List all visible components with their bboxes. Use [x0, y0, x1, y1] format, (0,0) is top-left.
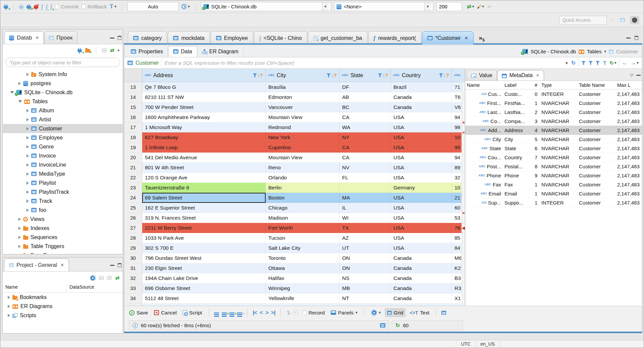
cell-country[interactable]: USA [391, 173, 452, 183]
tree-item-views[interactable]: Views [3, 215, 122, 224]
cell-city[interactable]: New York [266, 132, 339, 142]
cell-country[interactable]: Canada [391, 283, 452, 293]
table-row[interactable]: 23Tauentzienstraße 8BerlinGermany10 [124, 183, 465, 193]
filter-apply-icon[interactable] [581, 61, 586, 65]
grid-presentation-button[interactable]: Grid [385, 308, 405, 317]
metadata-cell-name[interactable]: 123Sup... [465, 200, 503, 206]
first-row-icon[interactable]: |< [253, 309, 257, 316]
dropdown-arrow-icon[interactable]: ▼ [424, 2, 431, 11]
tree-item-postgres[interactable]: postgres [3, 79, 122, 88]
metadata-cell-maxlength[interactable]: 2,147,483 [615, 173, 642, 178]
cell-address[interactable]: 319 N. Frances Street [142, 213, 266, 223]
cell-state[interactable]: BC [339, 102, 391, 112]
editor-tab-rewards-report[interactable]: frewards_report( [368, 31, 422, 45]
cell-address[interactable]: Tauentzienstraße 8 [142, 183, 266, 193]
cell-city[interactable]: Madison [266, 213, 339, 223]
close-icon[interactable]: ✕ [60, 263, 64, 268]
metadata-cell-type[interactable]: NVARCHAR [540, 191, 577, 196]
table-row[interactable]: 22120 S Orange AveOrlandoFLUSA32 [124, 173, 465, 183]
metadata-cell-type[interactable]: NVARCHAR [540, 155, 577, 160]
focus-cell-icon[interactable]: ⌑ [293, 310, 298, 315]
tree-item-sqlite-chinook-db[interactable]: SQLite - Chinook.db [3, 88, 122, 97]
metadata-cell-type[interactable]: NVARCHAR [540, 136, 577, 142]
metadata-cell-type[interactable]: NVARCHAR [540, 118, 577, 124]
cell-state[interactable]: FL [339, 173, 391, 183]
metadata-column-header-[interactable]: # [533, 82, 540, 88]
cell-address[interactable]: 2211 W Berry Street [142, 223, 266, 233]
metadata-cell-type[interactable]: NVARCHAR [540, 109, 577, 115]
metadata-cell-ordinal[interactable]: 1 [533, 200, 540, 206]
expand-arrow-icon[interactable] [26, 172, 29, 176]
metadata-row-suppo[interactable]: 123Sup...Suppo...1INTEGERCustomer2,147,4… [465, 198, 642, 207]
cell-city[interactable]: Tucson [266, 233, 339, 243]
collapse-arrow-icon[interactable] [10, 91, 14, 94]
cell-state[interactable]: NV [339, 163, 391, 173]
metadata-cell-label[interactable]: Fax [503, 182, 533, 187]
cell-state[interactable]: AB [339, 92, 391, 102]
tree-item-table-triggers[interactable]: Table Triggers [3, 242, 122, 251]
metadata-cell-name[interactable]: ABCState [465, 146, 503, 151]
cell-country[interactable]: Canada [391, 293, 452, 303]
cell-address[interactable]: 302 S 700 E [142, 243, 266, 253]
column-filter-controls[interactable]: ↕? [378, 72, 388, 78]
table-row[interactable]: 21801 W 4th StreetRenoNVUSA89 [124, 163, 465, 173]
delete-row-icon[interactable]: – [237, 312, 242, 313]
cell-extra[interactable]: 60 [452, 203, 462, 213]
expand-arrow-icon[interactable] [26, 136, 29, 139]
cell-city[interactable]: Ottawa [266, 263, 339, 273]
cell-address[interactable]: 696 Osborne Street [142, 283, 266, 293]
metadata-cell-maxlength[interactable]: 2,147,483 [615, 146, 642, 151]
metadata-cell-table[interactable]: Customer [577, 182, 615, 187]
fetch-size-input[interactable] [436, 2, 462, 11]
expand-arrow-icon[interactable] [26, 109, 29, 112]
cell-extra[interactable]: 85 [452, 233, 462, 243]
column-header-country[interactable]: ABCCountry↕? [391, 69, 452, 82]
metadata-cell-type[interactable]: NVARCHAR [540, 100, 577, 106]
close-icon[interactable]: ✕ [35, 35, 39, 40]
cell-state[interactable]: WA [339, 122, 391, 132]
cell-state[interactable]: IL [339, 203, 391, 213]
cell-city[interactable]: Boston [266, 193, 339, 203]
maximize-icon[interactable] [635, 36, 638, 40]
metadata-cell-table[interactable]: Customer [577, 136, 615, 142]
next-row-icon[interactable]: > [265, 309, 268, 316]
expand-arrow-icon[interactable] [26, 73, 29, 76]
metadata-cell-ordinal[interactable]: 0 [533, 91, 540, 97]
cell-country[interactable]: USA [391, 132, 452, 142]
table-row[interactable]: 25162 E Superior StreetChicagoILUSA60 [124, 203, 465, 213]
metadata-cell-name[interactable]: ABCCity [465, 136, 503, 142]
minimize-icon[interactable] [110, 265, 114, 266]
metadata-cell-type[interactable]: INTEGER [540, 200, 577, 206]
cell-country[interactable]: USA [391, 243, 452, 253]
metadata-cell-name[interactable]: ABCPost... [465, 164, 503, 169]
expand-arrow-icon[interactable] [18, 236, 21, 239]
cell-extra[interactable]: 84 [452, 243, 462, 253]
expand-arrow-icon[interactable] [26, 163, 29, 167]
cell-city[interactable]: Vancouver [266, 102, 339, 112]
cell-state[interactable]: ON [339, 253, 391, 263]
breadcrumb-entity[interactable]: Customer [616, 49, 638, 54]
cell-extra[interactable]: 53 [452, 213, 462, 223]
metadata-cell-name[interactable]: ABCLast... [465, 109, 503, 115]
tree-item-sequences[interactable]: Sequences [3, 233, 122, 242]
metadata-cell-table[interactable]: Customer [577, 127, 615, 133]
expand-icon[interactable]: + [107, 276, 112, 280]
metadata-cell-maxlength[interactable]: 2,147,483 [615, 118, 642, 124]
metadata-cell-maxlength[interactable]: 2,147,483 [615, 191, 642, 196]
cell-country[interactable]: USA [391, 122, 452, 132]
cell-address[interactable]: 8210 111 ST NW [142, 92, 266, 102]
go-to-row-icon[interactable]: ↴ [286, 309, 290, 316]
new-sql-editor-icon[interactable]: ∫+ [50, 4, 52, 9]
cell-extra[interactable]: 95 [452, 142, 462, 153]
sort-icon[interactable]: ↕ [443, 73, 446, 78]
collapse-icon[interactable]: — [99, 276, 104, 280]
expand-arrow-icon[interactable] [18, 227, 21, 230]
refresh-icon[interactable]: ↻ [571, 60, 576, 66]
table-row[interactable]: 29302 S 700 ESalt Lake CityUTUSA84 [124, 243, 465, 253]
edit-value-icon[interactable] [214, 312, 219, 313]
sort-icon[interactable]: ↕ [382, 73, 385, 78]
sql-filter-input[interactable] [164, 60, 562, 66]
cell-city[interactable]: Reno [266, 163, 339, 173]
new-connection-icon[interactable]: + [77, 49, 82, 52]
cell-extra[interactable]: X1 [452, 293, 462, 303]
